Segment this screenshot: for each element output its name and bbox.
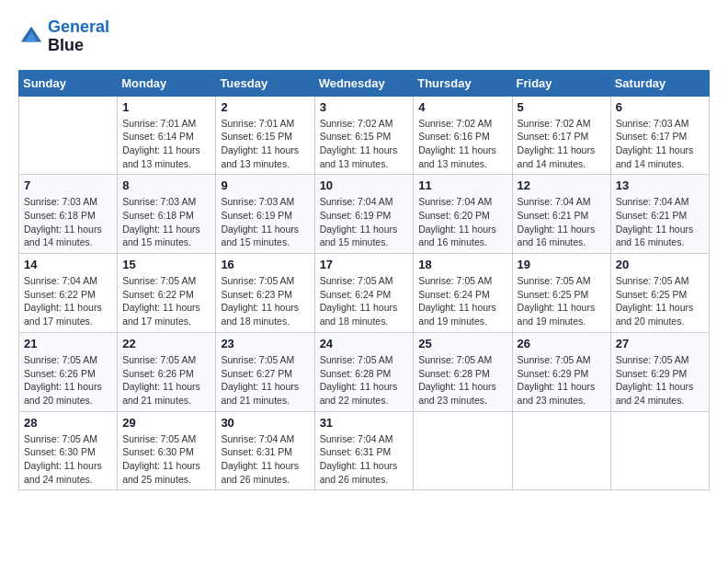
day-info: Sunrise: 7:05 AMSunset: 6:25 PMDaylight:… xyxy=(518,274,606,328)
day-info: Sunrise: 7:04 AMSunset: 6:19 PMDaylight:… xyxy=(320,195,409,249)
calendar-cell xyxy=(414,411,512,490)
weekday-header-cell: Saturday xyxy=(610,70,709,96)
day-info: Sunrise: 7:04 AMSunset: 6:31 PMDaylight:… xyxy=(320,432,409,487)
calendar-cell: 21Sunrise: 7:05 AMSunset: 6:26 PMDayligh… xyxy=(19,332,118,411)
calendar-cell: 26Sunrise: 7:05 AMSunset: 6:29 PMDayligh… xyxy=(512,332,610,411)
calendar-cell: 30Sunrise: 7:04 AMSunset: 6:31 PMDayligh… xyxy=(216,411,314,490)
logo-icon xyxy=(18,24,44,50)
day-info: Sunrise: 7:02 AMSunset: 6:17 PMDaylight:… xyxy=(518,117,606,171)
weekday-header-row: SundayMondayTuesdayWednesdayThursdayFrid… xyxy=(19,70,710,96)
day-number: 4 xyxy=(418,100,506,114)
day-info: Sunrise: 7:03 AMSunset: 6:19 PMDaylight:… xyxy=(221,195,309,249)
calendar-cell: 6Sunrise: 7:03 AMSunset: 6:17 PMDaylight… xyxy=(610,96,709,175)
calendar-cell: 29Sunrise: 7:05 AMSunset: 6:30 PMDayligh… xyxy=(118,411,216,490)
day-number: 22 xyxy=(122,337,210,350)
day-number: 19 xyxy=(518,258,606,271)
calendar-cell: 28Sunrise: 7:05 AMSunset: 6:30 PMDayligh… xyxy=(19,411,118,490)
calendar-cell: 10Sunrise: 7:04 AMSunset: 6:19 PMDayligh… xyxy=(314,175,414,254)
day-info: Sunrise: 7:05 AMSunset: 6:24 PMDaylight:… xyxy=(320,274,409,328)
calendar-cell: 8Sunrise: 7:03 AMSunset: 6:18 PMDaylight… xyxy=(118,175,216,254)
calendar-cell: 18Sunrise: 7:05 AMSunset: 6:24 PMDayligh… xyxy=(414,254,512,333)
day-number: 29 xyxy=(122,416,210,430)
calendar-body: 1Sunrise: 7:01 AMSunset: 6:14 PMDaylight… xyxy=(19,96,710,490)
day-number: 10 xyxy=(320,178,409,192)
calendar-cell: 20Sunrise: 7:05 AMSunset: 6:25 PMDayligh… xyxy=(610,254,709,333)
day-info: Sunrise: 7:03 AMSunset: 6:18 PMDaylight:… xyxy=(122,195,210,249)
calendar-cell xyxy=(610,411,709,490)
day-info: Sunrise: 7:05 AMSunset: 6:29 PMDaylight:… xyxy=(518,353,606,408)
day-info: Sunrise: 7:04 AMSunset: 6:31 PMDaylight:… xyxy=(221,432,309,487)
day-number: 31 xyxy=(320,416,409,430)
day-info: Sunrise: 7:02 AMSunset: 6:15 PMDaylight:… xyxy=(320,117,409,171)
calendar-cell: 19Sunrise: 7:05 AMSunset: 6:25 PMDayligh… xyxy=(512,254,610,333)
calendar-cell: 22Sunrise: 7:05 AMSunset: 6:26 PMDayligh… xyxy=(118,332,216,411)
day-number: 11 xyxy=(418,178,506,192)
day-info: Sunrise: 7:05 AMSunset: 6:28 PMDaylight:… xyxy=(320,353,409,408)
day-info: Sunrise: 7:05 AMSunset: 6:26 PMDaylight:… xyxy=(122,353,210,408)
calendar-cell: 15Sunrise: 7:05 AMSunset: 6:22 PMDayligh… xyxy=(118,254,216,333)
day-number: 12 xyxy=(518,178,606,192)
calendar-cell: 9Sunrise: 7:03 AMSunset: 6:19 PMDaylight… xyxy=(216,175,314,254)
day-number: 23 xyxy=(221,337,309,350)
calendar-cell: 31Sunrise: 7:04 AMSunset: 6:31 PMDayligh… xyxy=(314,411,414,490)
calendar-cell: 4Sunrise: 7:02 AMSunset: 6:16 PMDaylight… xyxy=(414,96,512,175)
page-header: GeneralBlue xyxy=(18,18,710,55)
calendar-cell: 12Sunrise: 7:04 AMSunset: 6:21 PMDayligh… xyxy=(512,175,610,254)
day-number: 1 xyxy=(122,100,210,114)
day-info: Sunrise: 7:05 AMSunset: 6:25 PMDaylight:… xyxy=(616,274,704,328)
day-info: Sunrise: 7:05 AMSunset: 6:24 PMDaylight:… xyxy=(418,274,506,328)
calendar-cell xyxy=(512,411,610,490)
day-number: 3 xyxy=(320,100,409,114)
weekday-header-cell: Thursday xyxy=(414,70,512,96)
weekday-header-cell: Tuesday xyxy=(216,70,314,96)
day-info: Sunrise: 7:04 AMSunset: 6:20 PMDaylight:… xyxy=(418,195,506,249)
calendar-week-row: 7Sunrise: 7:03 AMSunset: 6:18 PMDaylight… xyxy=(19,175,710,254)
calendar-cell: 3Sunrise: 7:02 AMSunset: 6:15 PMDaylight… xyxy=(314,96,414,175)
day-info: Sunrise: 7:05 AMSunset: 6:28 PMDaylight:… xyxy=(418,353,506,408)
day-info: Sunrise: 7:01 AMSunset: 6:14 PMDaylight:… xyxy=(122,117,210,171)
calendar-cell: 2Sunrise: 7:01 AMSunset: 6:15 PMDaylight… xyxy=(216,96,314,175)
calendar-cell: 13Sunrise: 7:04 AMSunset: 6:21 PMDayligh… xyxy=(610,175,709,254)
day-number: 6 xyxy=(616,100,704,114)
calendar-cell: 24Sunrise: 7:05 AMSunset: 6:28 PMDayligh… xyxy=(314,332,414,411)
day-number: 2 xyxy=(221,100,309,114)
calendar-cell: 14Sunrise: 7:04 AMSunset: 6:22 PMDayligh… xyxy=(19,254,118,333)
day-number: 8 xyxy=(122,178,210,192)
day-number: 21 xyxy=(24,337,112,350)
day-info: Sunrise: 7:01 AMSunset: 6:15 PMDaylight:… xyxy=(221,117,309,171)
day-number: 18 xyxy=(418,258,506,271)
day-number: 7 xyxy=(24,178,112,192)
calendar-cell: 25Sunrise: 7:05 AMSunset: 6:28 PMDayligh… xyxy=(414,332,512,411)
day-info: Sunrise: 7:05 AMSunset: 6:22 PMDaylight:… xyxy=(122,274,210,328)
day-info: Sunrise: 7:04 AMSunset: 6:21 PMDaylight:… xyxy=(518,195,606,249)
logo-text: GeneralBlue xyxy=(48,18,109,55)
calendar-cell: 1Sunrise: 7:01 AMSunset: 6:14 PMDaylight… xyxy=(118,96,216,175)
calendar-cell: 23Sunrise: 7:05 AMSunset: 6:27 PMDayligh… xyxy=(216,332,314,411)
weekday-header-cell: Sunday xyxy=(19,70,118,96)
day-number: 24 xyxy=(320,337,409,350)
calendar-cell: 7Sunrise: 7:03 AMSunset: 6:18 PMDaylight… xyxy=(19,175,118,254)
calendar-week-row: 14Sunrise: 7:04 AMSunset: 6:22 PMDayligh… xyxy=(19,254,710,333)
calendar-cell xyxy=(19,96,118,175)
day-info: Sunrise: 7:05 AMSunset: 6:27 PMDaylight:… xyxy=(221,353,309,408)
day-number: 30 xyxy=(221,416,309,430)
weekday-header-cell: Friday xyxy=(512,70,610,96)
day-number: 26 xyxy=(518,337,606,350)
day-number: 14 xyxy=(24,258,112,271)
day-info: Sunrise: 7:04 AMSunset: 6:22 PMDaylight:… xyxy=(24,274,112,328)
day-number: 27 xyxy=(616,337,704,350)
day-number: 13 xyxy=(616,178,704,192)
day-info: Sunrise: 7:05 AMSunset: 6:30 PMDaylight:… xyxy=(122,432,210,487)
day-number: 9 xyxy=(221,178,309,192)
logo: GeneralBlue xyxy=(18,18,109,55)
calendar-cell: 27Sunrise: 7:05 AMSunset: 6:29 PMDayligh… xyxy=(610,332,709,411)
day-info: Sunrise: 7:03 AMSunset: 6:18 PMDaylight:… xyxy=(24,195,112,249)
calendar-cell: 17Sunrise: 7:05 AMSunset: 6:24 PMDayligh… xyxy=(314,254,414,333)
day-number: 20 xyxy=(616,258,704,271)
day-number: 28 xyxy=(24,416,112,430)
day-number: 17 xyxy=(320,258,409,271)
weekday-header-cell: Wednesday xyxy=(314,70,414,96)
day-info: Sunrise: 7:05 AMSunset: 6:29 PMDaylight:… xyxy=(616,353,704,408)
day-info: Sunrise: 7:05 AMSunset: 6:23 PMDaylight:… xyxy=(221,274,309,328)
calendar-week-row: 1Sunrise: 7:01 AMSunset: 6:14 PMDaylight… xyxy=(19,96,710,175)
